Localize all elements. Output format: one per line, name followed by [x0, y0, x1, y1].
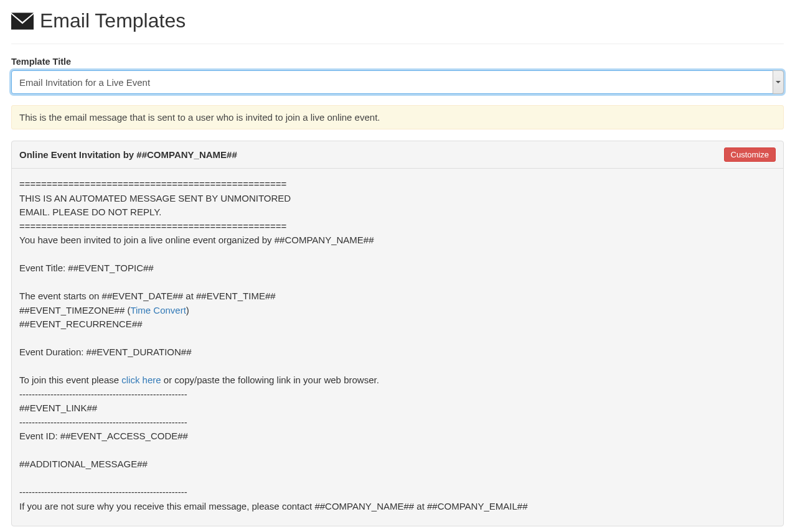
template-title-label: Template Title — [11, 57, 784, 67]
body-line: EMAIL. PLEASE DO NOT REPLY. — [19, 205, 776, 220]
body-line: ========================================… — [19, 220, 776, 234]
body-line: ========================================… — [19, 177, 776, 192]
body-line — [19, 276, 776, 290]
page-header: Email Templates — [11, 9, 784, 44]
body-line: ----------------------------------------… — [19, 416, 776, 430]
page-title: Email Templates — [40, 9, 186, 32]
body-line: Event ID: ##EVENT_ACCESS_CODE## — [19, 429, 776, 444]
envelope-icon — [11, 12, 34, 30]
template-preview-panel: Online Event Invitation by ##COMPANY_NAM… — [11, 141, 784, 526]
body-line: ##ADDITIONAL_MESSAGE## — [19, 457, 776, 472]
body-line: If you are not sure why you receive this… — [19, 500, 776, 514]
time-convert-link[interactable]: Time Convert — [130, 305, 186, 315]
body-line: To join this event please click here or … — [19, 373, 776, 388]
email-body: ========================================… — [12, 169, 783, 526]
body-line — [19, 472, 776, 486]
body-line: ##EVENT_RECURRENCE## — [19, 317, 776, 332]
click-here-link[interactable]: click here — [121, 375, 161, 385]
template-select[interactable]: Email Invitation for a Live Event — [11, 70, 784, 94]
body-line: ----------------------------------------… — [19, 485, 776, 500]
body-line: ----------------------------------------… — [19, 388, 776, 402]
body-line: You have been invited to join a live onl… — [19, 233, 776, 248]
body-line — [19, 332, 776, 346]
body-line: ##EVENT_LINK## — [19, 401, 776, 416]
customize-button[interactable]: Customize — [724, 147, 776, 162]
body-line — [19, 444, 776, 458]
body-line — [19, 360, 776, 374]
body-line: Event Duration: ##EVENT_DURATION## — [19, 345, 776, 360]
body-line: THIS IS AN AUTOMATED MESSAGE SENT BY UNM… — [19, 192, 776, 206]
body-line: The event starts on ##EVENT_DATE## at ##… — [19, 289, 776, 304]
template-description: This is the email message that is sent t… — [11, 105, 784, 129]
email-subject: Online Event Invitation by ##COMPANY_NAM… — [19, 149, 237, 160]
body-line: ##EVENT_TIMEZONE## (Time Convert) — [19, 304, 776, 318]
body-line: Event Title: ##EVENT_TOPIC## — [19, 261, 776, 276]
body-line — [19, 248, 776, 262]
